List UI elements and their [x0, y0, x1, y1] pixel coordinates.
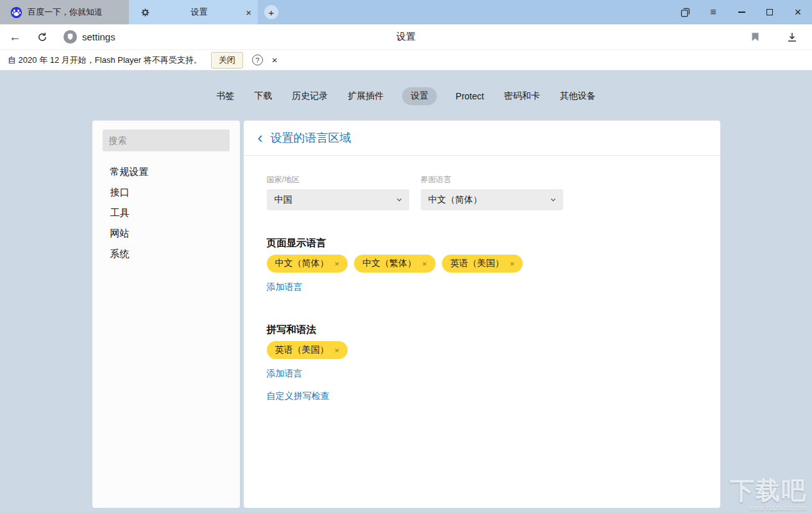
spelling-title: 拼写和语法	[267, 324, 697, 335]
maximize-button[interactable]	[756, 0, 784, 24]
nav-tab-downloads[interactable]: 下载	[253, 87, 273, 105]
plus-icon: +	[264, 5, 278, 19]
ui-language-group: 界面语言 中文（简体）	[421, 175, 563, 210]
menu-glyph: ≡	[710, 6, 716, 18]
ui-language-select[interactable]: 中文（简体）	[421, 189, 563, 210]
download-icon[interactable]	[786, 31, 798, 43]
nav-tab-extensions[interactable]: 扩展插件	[346, 87, 385, 105]
close-icon: ×	[795, 6, 802, 18]
settings-nav-tabs: 书签 下载 历史记录 扩展插件 设置 Protect 密码和卡 其他设备	[0, 87, 812, 105]
nav-tab-protect[interactable]: Protect	[454, 88, 485, 105]
page-languages-section: 页面显示语言 中文（简体） × 中文（繁体） × 英语（美国）	[267, 237, 697, 293]
sidebar-item-general[interactable]: 常规设置	[110, 162, 230, 182]
region-label: 国家/地区	[267, 175, 409, 184]
language-tag-label: 中文（繁体）	[362, 258, 416, 269]
ui-language-label: 界面语言	[421, 175, 563, 184]
settings-sidebar: 常规设置 接口 工具 网站 系统	[92, 121, 240, 508]
nav-tab-settings[interactable]: 设置	[402, 87, 437, 105]
tab-title: 设置	[156, 6, 242, 18]
sidebar-item-sites[interactable]: 网站	[110, 223, 230, 244]
language-tag: 中文（简体） ×	[267, 255, 348, 273]
sidebar-item-interface[interactable]: 接口	[110, 182, 230, 203]
settings-panels: 常规设置 接口 工具 网站 系统 ‹ 设置的语言区域 国家/地区	[0, 121, 812, 508]
custom-spellcheck-link[interactable]: 自定义拼写检查	[267, 391, 330, 402]
add-language-row: 添加语言	[267, 281, 697, 293]
language-tag: 中文（繁体） ×	[354, 255, 436, 273]
add-spelling-language-row: 添加语言	[267, 367, 697, 380]
tabbar-spacer	[285, 0, 671, 24]
tab-settings[interactable]: 设置 ×	[129, 0, 258, 24]
spelling-section: 拼写和语法 英语（美国） × 添加语言 自定义拼写检查	[267, 324, 697, 402]
question-icon[interactable]: ?	[252, 55, 263, 65]
chevron-left-icon[interactable]: ‹	[258, 130, 263, 146]
region-select[interactable]: 中国	[267, 189, 409, 210]
tab-close-icon[interactable]: ×	[246, 8, 251, 17]
language-tag-label: 英语（美国）	[275, 344, 329, 356]
page-languages-title: 页面显示语言	[267, 237, 697, 249]
remove-language-icon[interactable]: ×	[335, 346, 340, 355]
sidebar-menu: 常规设置 接口 工具 网站 系统	[103, 162, 230, 264]
tab-bar: 百度一下，你就知道 设置 × +	[0, 0, 812, 24]
addressbar-actions	[750, 31, 803, 43]
chevron-down-icon	[396, 196, 403, 203]
new-tab-button[interactable]: +	[258, 0, 285, 24]
remove-language-icon[interactable]: ×	[335, 260, 340, 268]
sidebar-item-tools[interactable]: 工具	[110, 203, 230, 223]
browser-window: 百度一下，你就知道 设置 × +	[0, 0, 812, 513]
ui-language-value: 中文（简体）	[428, 194, 482, 206]
notice-message: 自 2020 年 12 月开始，Flash Player 将不再受支持。	[8, 55, 202, 66]
sidebar-item-system[interactable]: 系统	[110, 244, 230, 264]
maximize-icon	[766, 9, 773, 15]
panel-title: 设置的语言区域	[271, 130, 351, 146]
tab-title: 百度一下，你就知道	[28, 6, 103, 18]
spelling-language-tags: 英语（美国） ×	[267, 341, 697, 359]
baidu-favicon-icon	[10, 6, 22, 19]
chevron-down-icon	[550, 196, 557, 203]
region-value: 中国	[275, 194, 292, 206]
custom-spellcheck-row: 自定义拼写检查	[267, 390, 697, 402]
address-bar: ← settings 设置	[0, 24, 812, 50]
bookmark-icon[interactable]	[750, 31, 761, 42]
minimize-icon	[738, 12, 745, 13]
tab-baidu[interactable]: 百度一下，你就知道	[0, 0, 129, 24]
add-spelling-language-link[interactable]: 添加语言	[267, 368, 303, 380]
nav-tab-bookmarks[interactable]: 书签	[215, 87, 235, 105]
shield-icon	[63, 30, 77, 44]
notice-close-button[interactable]: 关闭	[211, 52, 243, 69]
reload-icon[interactable]	[37, 31, 48, 43]
gear-icon	[139, 6, 151, 19]
language-tag: 英语（美国） ×	[442, 255, 523, 273]
panel-header: ‹ 设置的语言区域	[244, 121, 720, 156]
close-window-button[interactable]: ×	[784, 0, 812, 24]
url-badge[interactable]: settings	[63, 30, 115, 44]
remove-language-icon[interactable]: ×	[510, 260, 515, 268]
flash-notice-bar: 自 2020 年 12 月开始，Flash Player 将不再受支持。 关闭 …	[0, 50, 812, 71]
language-tag: 英语（美国） ×	[267, 341, 348, 359]
panels-icon[interactable]	[671, 0, 699, 24]
settings-content: 书签 下载 历史记录 扩展插件 设置 Protect 密码和卡 其他设备 常规设…	[0, 71, 812, 513]
search-input[interactable]	[103, 130, 230, 151]
url-text: settings	[82, 31, 115, 42]
notice-dismiss-icon[interactable]: ×	[272, 55, 278, 65]
page-language-tags: 中文（简体） × 中文（繁体） × 英语（美国） ×	[267, 255, 697, 273]
page-title: 设置	[0, 31, 812, 43]
locale-form-row: 国家/地区 中国 界面语言 中文（简体）	[267, 175, 697, 210]
language-tag-label: 中文（简体）	[275, 258, 329, 269]
back-icon[interactable]: ←	[9, 31, 21, 43]
menu-icon[interactable]: ≡	[699, 0, 727, 24]
nav-tab-passwords[interactable]: 密码和卡	[503, 87, 541, 105]
add-language-link[interactable]: 添加语言	[267, 282, 303, 293]
panel-body: 国家/地区 中国 界面语言 中文（简体）	[244, 156, 720, 508]
language-tag-label: 英语（美国）	[450, 258, 504, 269]
language-settings-panel: ‹ 设置的语言区域 国家/地区 中国 界面语言	[244, 121, 720, 508]
minimize-button[interactable]	[727, 0, 756, 24]
region-group: 国家/地区 中国	[267, 175, 409, 210]
nav-tab-history[interactable]: 历史记录	[291, 87, 329, 105]
nav-tab-devices[interactable]: 其他设备	[559, 87, 597, 105]
remove-language-icon[interactable]: ×	[422, 260, 427, 268]
